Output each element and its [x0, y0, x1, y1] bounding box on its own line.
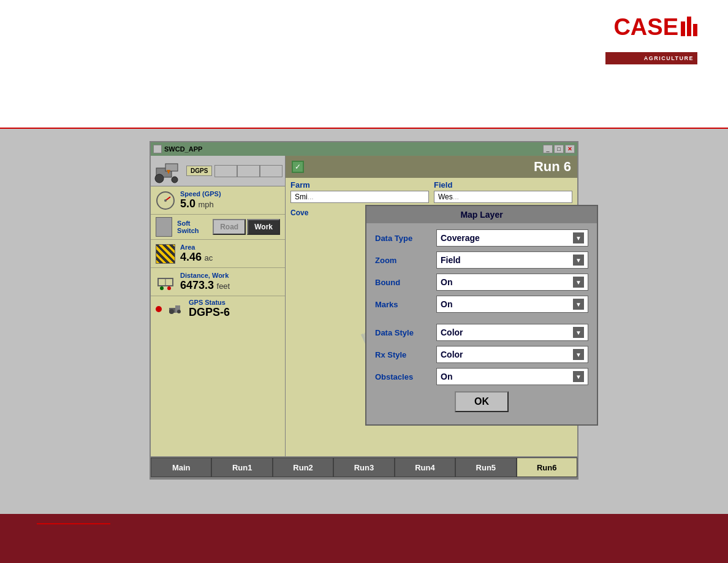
- bound-select[interactable]: On ▼: [436, 274, 588, 291]
- dialog-body: Data Type Coverage ▼ Zoom Field ▼: [366, 223, 597, 424]
- zoom-label: Zoom: [375, 256, 430, 265]
- zoom-arrow: ▼: [573, 255, 584, 266]
- svg-point-10: [160, 286, 164, 290]
- soft-switch-row: Soft Switch Road Work: [151, 215, 285, 240]
- dgps-label: DGPS: [186, 166, 212, 176]
- data-style-label: Data Style: [375, 328, 430, 337]
- obstacles-select[interactable]: On ▼: [436, 368, 588, 385]
- window-controls: _ □ ✕: [543, 145, 575, 153]
- stripe-3: [693, 24, 697, 36]
- road-button[interactable]: Road: [213, 219, 246, 235]
- rx-style-row: Rx Style Color ▼: [375, 346, 588, 363]
- maximize-button[interactable]: □: [554, 145, 564, 153]
- app-icon: [153, 145, 162, 153]
- left-panel: DGPS: [151, 156, 286, 456]
- switch-icon: [156, 217, 172, 237]
- data-style-value: Color: [441, 327, 463, 337]
- farm-value: Smi...: [290, 191, 429, 203]
- area-icon: [156, 244, 175, 264]
- tab-run5[interactable]: Run5: [455, 458, 516, 477]
- bound-value: On: [441, 277, 452, 287]
- app-window: SWCD_APP _ □ ✕: [150, 141, 578, 480]
- distance-row: Distance, Work 6473.3 feet: [151, 268, 285, 296]
- dialog-separator: [375, 318, 588, 324]
- ok-button[interactable]: OK: [455, 391, 509, 412]
- data-style-select[interactable]: Color ▼: [436, 324, 588, 341]
- rx-style-value: Color: [441, 350, 463, 359]
- bound-row: Bound On ▼: [375, 274, 588, 291]
- svg-point-11: [167, 286, 171, 290]
- tab-run2[interactable]: Run2: [273, 458, 333, 477]
- speed-value-row: 5.0 mph: [180, 197, 221, 210]
- svg-point-1: [155, 174, 164, 183]
- case-text: CASE: [613, 15, 678, 39]
- farm-label: Farm: [290, 180, 429, 190]
- data-style-row: Data Style Color ▼: [375, 324, 588, 341]
- coverage-label: Cove: [290, 209, 308, 217]
- tab-run6[interactable]: Run6: [517, 458, 577, 477]
- title-bar-left: SWCD_APP: [153, 145, 202, 153]
- svg-point-7: [164, 199, 167, 202]
- run-check-icon: ✓: [292, 161, 304, 173]
- data-type-label: Data Type: [375, 234, 430, 243]
- obstacles-row: Obstacles On ▼: [375, 368, 588, 385]
- agri-text: AGRICULTURE: [644, 55, 694, 61]
- minimize-button[interactable]: _: [543, 145, 553, 153]
- data-type-select[interactable]: Coverage ▼: [436, 229, 588, 247]
- rx-style-select[interactable]: Color ▼: [436, 346, 588, 363]
- gps-status-value: DGPS-6: [189, 306, 230, 319]
- title-bar: SWCD_APP _ □ ✕: [151, 142, 577, 156]
- bottom-line: [37, 523, 110, 524]
- area-label: Area: [180, 243, 213, 251]
- bottom-bar: [0, 514, 728, 563]
- tab-run1[interactable]: Run1: [211, 458, 272, 477]
- bound-arrow: ▼: [573, 277, 584, 288]
- zoom-value: Field: [441, 255, 461, 265]
- main-content: SWCD_APP _ □ ✕: [0, 129, 728, 514]
- field-label: Field: [434, 180, 572, 190]
- run-number: Run 6: [534, 159, 571, 175]
- zoom-select[interactable]: Field ▼: [436, 251, 588, 269]
- tab-run4[interactable]: Run4: [395, 458, 455, 477]
- area-row: Area 4.46 ac: [151, 240, 285, 268]
- svg-point-14: [169, 309, 174, 314]
- marks-select[interactable]: On ▼: [436, 296, 588, 313]
- rx-style-label: Rx Style: [375, 350, 430, 359]
- data-type-value: Coverage: [441, 233, 480, 243]
- distance-value-row: 6473.3 feet: [180, 279, 230, 292]
- logo-container: CASE: [613, 15, 697, 39]
- gps-status-info: GPS Status DGPS-6: [189, 299, 230, 319]
- area-value: 4.46: [180, 251, 202, 263]
- close-button[interactable]: ✕: [565, 145, 575, 153]
- app-body: DGPS: [151, 156, 577, 456]
- app-title: SWCD_APP: [164, 145, 202, 153]
- data-style-arrow: ▼: [573, 327, 584, 338]
- grid-cell-2: [237, 165, 260, 177]
- area-info: Area 4.46 ac: [180, 243, 213, 264]
- distance-label: Distance, Work: [180, 272, 230, 279]
- grid-cell-3: [260, 165, 282, 177]
- tab-run3[interactable]: Run3: [333, 458, 394, 477]
- gps-status-row: GPS Status DGPS-6: [151, 296, 285, 321]
- area-unit: ac: [205, 253, 213, 262]
- speed-info: Speed (GPS) 5.0 mph: [180, 190, 221, 210]
- right-panel: ✓ Run 6 Farm Smi... Field Wes...: [286, 156, 577, 456]
- gps-dot: [156, 306, 162, 312]
- tractor-icon: [153, 159, 184, 183]
- grid-cell-1: [214, 165, 237, 177]
- speed-icon: [156, 191, 175, 210]
- marks-value: On: [441, 299, 452, 309]
- gps-status-label: GPS Status: [189, 299, 230, 306]
- zoom-row: Zoom Field ▼: [375, 251, 588, 269]
- farm-field-row: Farm Smi... Field Wes...: [286, 178, 577, 205]
- speed-unit: mph: [198, 200, 213, 209]
- top-area: CASE AGRICULTURE: [0, 0, 728, 129]
- dialog-title: Map Layer: [366, 206, 597, 223]
- soft-switch-label: Soft Switch: [177, 220, 208, 234]
- tab-main[interactable]: Main: [151, 458, 211, 477]
- work-button[interactable]: Work: [247, 219, 280, 235]
- rx-style-arrow: ▼: [573, 349, 584, 360]
- gps-grid: [214, 165, 282, 177]
- gps-icon: [165, 299, 185, 319]
- obstacles-label: Obstacles: [375, 372, 430, 381]
